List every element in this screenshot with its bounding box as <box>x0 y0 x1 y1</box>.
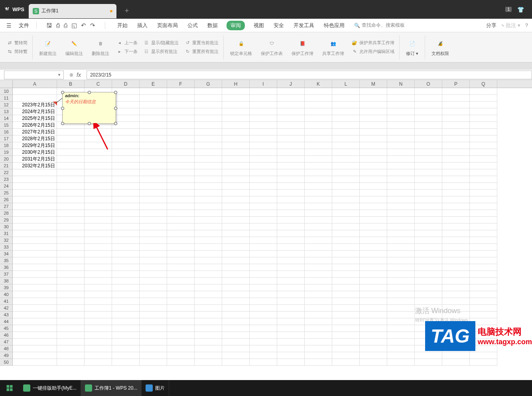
cell[interactable] <box>167 332 195 339</box>
cell[interactable] <box>57 129 85 135</box>
cell[interactable] <box>387 129 415 135</box>
cell[interactable] <box>277 122 305 129</box>
cell[interactable] <box>332 345 360 352</box>
cell[interactable] <box>470 135 497 142</box>
cell[interactable] <box>57 339 85 345</box>
cell[interactable] <box>195 257 222 264</box>
cell[interactable] <box>387 264 415 271</box>
cell[interactable] <box>57 163 85 169</box>
cell[interactable] <box>387 237 415 244</box>
cell[interactable] <box>305 149 332 156</box>
cell[interactable] <box>387 271 415 278</box>
cell[interactable] <box>277 102 305 108</box>
row-header[interactable]: 37 <box>0 271 12 278</box>
row-header[interactable]: 45 <box>0 325 12 332</box>
cell[interactable] <box>360 108 387 115</box>
cell[interactable] <box>167 169 195 176</box>
cell[interactable] <box>112 271 140 278</box>
row-headers[interactable]: 1011121314151617181920212223242526272829… <box>0 88 13 366</box>
cell[interactable] <box>167 251 195 257</box>
cell[interactable] <box>415 230 442 237</box>
cell[interactable] <box>387 345 415 352</box>
cell[interactable] <box>332 298 360 305</box>
cell[interactable] <box>140 339 167 345</box>
column-header[interactable]: I <box>250 80 277 88</box>
cell[interactable] <box>387 257 415 264</box>
cell[interactable] <box>442 352 470 359</box>
cell[interactable] <box>222 95 250 102</box>
cell[interactable] <box>415 284 442 291</box>
cell[interactable] <box>470 223 497 230</box>
cell[interactable] <box>140 312 167 318</box>
cell[interactable] <box>332 102 360 108</box>
cell[interactable] <box>85 359 112 366</box>
cell[interactable] <box>250 264 277 271</box>
cell[interactable] <box>112 115 140 122</box>
cell[interactable] <box>442 88 470 95</box>
cell[interactable] <box>305 176 332 183</box>
row-header[interactable]: 40 <box>0 291 12 298</box>
resize-handle[interactable] <box>114 107 117 110</box>
cell[interactable] <box>140 237 167 244</box>
cell[interactable] <box>167 278 195 284</box>
cell[interactable] <box>140 210 167 217</box>
cell[interactable] <box>195 332 222 339</box>
cell[interactable] <box>277 190 305 196</box>
cell[interactable] <box>195 278 222 284</box>
tab-审阅[interactable]: 审阅 <box>227 21 245 30</box>
cell[interactable] <box>112 312 140 318</box>
cell[interactable] <box>470 352 497 359</box>
cell[interactable] <box>250 312 277 318</box>
cell[interactable] <box>167 108 195 115</box>
fx-cancel-icon[interactable]: ⊗ <box>69 72 73 78</box>
cell[interactable] <box>167 345 195 352</box>
cell[interactable] <box>222 345 250 352</box>
row-header[interactable]: 47 <box>0 339 12 345</box>
column-header[interactable]: G <box>195 80 222 88</box>
row-header[interactable]: 21 <box>0 163 12 169</box>
cell[interactable] <box>167 223 195 230</box>
cell[interactable] <box>167 217 195 223</box>
cell[interactable] <box>140 115 167 122</box>
cell[interactable] <box>332 142 360 149</box>
cell[interactable] <box>112 332 140 339</box>
cell[interactable] <box>140 135 167 142</box>
cell[interactable] <box>57 190 85 196</box>
row-header[interactable]: 32 <box>0 237 12 244</box>
row-header[interactable]: 15 <box>0 122 12 129</box>
cell[interactable] <box>140 156 167 163</box>
cell[interactable] <box>277 237 305 244</box>
cell[interactable] <box>277 359 305 366</box>
cell[interactable]: 2032年2月15日 <box>13 163 57 169</box>
show-all-comments-button[interactable]: ☷显示所有批注 <box>143 49 179 55</box>
cell[interactable] <box>222 183 250 190</box>
prev-comment-button[interactable]: ◂上一条 <box>116 40 138 46</box>
tab-开始[interactable]: 开始 <box>116 20 128 31</box>
cell[interactable] <box>140 352 167 359</box>
row-header[interactable]: 14 <box>0 115 12 122</box>
simp-to-trad-button[interactable]: ⇆简转繁 <box>6 49 28 55</box>
cell[interactable] <box>442 230 470 237</box>
cell[interactable] <box>250 271 277 278</box>
cell[interactable]: 2031年2月15日 <box>13 156 57 163</box>
cell[interactable] <box>415 359 442 366</box>
cell[interactable] <box>85 257 112 264</box>
cell[interactable] <box>332 183 360 190</box>
reset-current-button[interactable]: ↺重置当前批注 <box>184 40 219 46</box>
skin-icon[interactable]: 👕 <box>517 6 524 13</box>
cell[interactable] <box>13 223 57 230</box>
save-icon[interactable]: 🖫 <box>46 22 52 29</box>
cell[interactable] <box>387 108 415 115</box>
cell[interactable] <box>250 196 277 203</box>
resize-handle[interactable] <box>114 122 117 125</box>
cell[interactable] <box>57 271 85 278</box>
cell[interactable] <box>85 217 112 223</box>
cell[interactable] <box>415 251 442 257</box>
print-preview-icon[interactable]: ⎙̄ <box>56 22 60 29</box>
cell[interactable] <box>222 339 250 345</box>
cell[interactable] <box>442 129 470 135</box>
cell[interactable] <box>250 163 277 169</box>
cell[interactable] <box>140 359 167 366</box>
cell[interactable] <box>57 312 85 318</box>
name-box[interactable]: ▼ <box>4 71 64 79</box>
